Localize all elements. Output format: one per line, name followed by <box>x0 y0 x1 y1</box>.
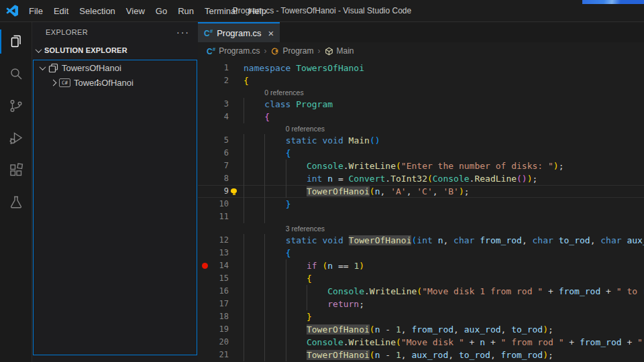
line-number[interactable]: 21 <box>211 349 229 361</box>
glyph-margin[interactable] <box>198 172 211 185</box>
extensions-icon[interactable] <box>0 154 32 186</box>
line-number[interactable]: 4 <box>211 111 229 123</box>
run-and-debug-icon[interactable] <box>0 122 32 154</box>
codelens-references[interactable]: 3 references <box>198 223 644 234</box>
code-area[interactable]: 1namespace TowersOfHanoi2{0 references3 … <box>198 60 644 362</box>
line-number[interactable]: 6 <box>211 147 229 160</box>
fold-gutter <box>229 98 244 111</box>
chevron-right-icon[interactable] <box>50 79 57 86</box>
line-number[interactable]: 7 <box>211 160 229 172</box>
code-line[interactable]: 13 { <box>198 247 644 259</box>
glyph-margin[interactable] <box>198 160 211 172</box>
chevron-down-icon[interactable] <box>40 64 46 70</box>
section-solution-explorer[interactable]: SOLUTION EXPLORER <box>32 42 198 58</box>
breakpoint-icon[interactable] <box>202 263 208 269</box>
solution-icon <box>48 63 58 73</box>
glyph-margin[interactable] <box>198 62 211 74</box>
glyph-margin[interactable] <box>198 336 211 349</box>
glyph-margin[interactable] <box>198 234 211 247</box>
code-line[interactable]: 7 Console.WriteLine("Enter the number of… <box>198 160 644 172</box>
testing-icon[interactable] <box>0 186 32 219</box>
line-number[interactable]: 12 <box>211 234 229 247</box>
code-line[interactable]: 19 TowerOfHanoi(n - 1, from_rod, aux_rod… <box>198 323 644 336</box>
line-number[interactable]: 3 <box>211 98 229 111</box>
menu-selection[interactable]: Selection <box>74 0 120 22</box>
glyph-margin[interactable] <box>198 247 211 259</box>
code-text: Console.WriteLine("Enter the number of d… <box>244 160 564 172</box>
glyph-margin[interactable] <box>198 74 211 87</box>
code-line[interactable]: 4 { <box>198 111 644 123</box>
code-line[interactable]: 1namespace TowersOfHanoi <box>198 62 644 74</box>
solution-tree: TowersOfHanoi C# TowersOfHanoi <box>33 60 197 355</box>
line-number[interactable]: 15 <box>211 272 229 285</box>
code-line[interactable]: 5 static void Main() <box>198 134 644 147</box>
code-line[interactable]: 21 TowerOfHanoi(n - 1, aux_rod, to_rod, … <box>198 349 644 361</box>
more-actions-icon[interactable]: ··· <box>176 29 190 36</box>
code-line[interactable]: 20 Console.WriteLine("Move disk " + n + … <box>198 336 644 349</box>
menu-run[interactable]: Run <box>172 0 199 22</box>
code-line[interactable]: 9 TowerOfHanoi(n, 'A', 'C', 'B'); <box>198 185 644 198</box>
glyph-margin[interactable] <box>198 134 211 147</box>
glyph-margin[interactable] <box>198 285 211 298</box>
tree-item-solution[interactable]: TowersOfHanoi <box>34 60 197 75</box>
menu-go[interactable]: Go <box>150 0 172 22</box>
glyph-margin[interactable] <box>198 349 211 361</box>
lightbulb-icon[interactable] <box>231 188 237 193</box>
breadcrumb-file[interactable]: C# Program.cs <box>207 46 260 56</box>
menu-view[interactable]: View <box>121 0 150 22</box>
code-line[interactable]: 14 if (n == 1) <box>198 259 644 272</box>
glyph-margin[interactable] <box>198 298 211 310</box>
line-number[interactable]: 20 <box>211 336 229 349</box>
code-line[interactable]: 15 { <box>198 272 644 285</box>
code-line[interactable]: 18 } <box>198 310 644 323</box>
menu-file[interactable]: File <box>23 0 48 22</box>
line-number[interactable]: 14 <box>211 259 229 272</box>
line-number[interactable]: 5 <box>211 134 229 147</box>
code-line[interactable]: 11 <box>198 210 644 223</box>
code-line[interactable]: 6 { <box>198 147 644 160</box>
glyph-margin[interactable] <box>198 259 211 272</box>
line-number[interactable]: 8 <box>211 172 229 185</box>
code-line[interactable]: 10 } <box>198 198 644 210</box>
code-line[interactable]: 2{ <box>198 74 644 87</box>
breadcrumb-class[interactable]: Program <box>270 46 313 56</box>
codelens-references[interactable]: 0 references <box>198 123 644 134</box>
line-number[interactable]: 16 <box>211 285 229 298</box>
codelens-references[interactable]: 0 references <box>198 87 644 98</box>
close-icon[interactable]: × <box>268 28 274 38</box>
glyph-margin[interactable] <box>198 210 211 223</box>
menu-edit[interactable]: Edit <box>48 0 74 22</box>
glyph-margin[interactable] <box>198 111 211 123</box>
breadcrumb-method[interactable]: Main <box>325 46 354 56</box>
fold-gutter <box>229 185 244 198</box>
code-line[interactable]: 3 class Program <box>198 98 644 111</box>
csharp-file-icon: C# <box>204 29 213 38</box>
code-line[interactable]: 12 static void TowerOfHanoi(int n, char … <box>198 234 644 247</box>
line-number[interactable]: 17 <box>211 298 229 310</box>
glyph-margin[interactable] <box>198 185 211 198</box>
code-line[interactable]: 8 int n = Convert.ToInt32(Console.ReadLi… <box>198 172 644 185</box>
activity-bar <box>0 22 32 362</box>
line-number[interactable]: 18 <box>211 310 229 323</box>
glyph-margin[interactable] <box>198 323 211 336</box>
line-number[interactable]: 11 <box>211 210 229 223</box>
explorer-icon[interactable] <box>0 25 32 58</box>
tree-item-project[interactable]: C# TowersOfHanoi <box>34 75 197 90</box>
fold-gutter <box>229 285 244 298</box>
glyph-margin[interactable] <box>198 98 211 111</box>
code-line[interactable]: 17 return; <box>198 298 644 310</box>
line-number[interactable]: 10 <box>211 198 229 210</box>
source-control-icon[interactable] <box>0 90 32 122</box>
line-number[interactable]: 1 <box>211 62 229 74</box>
glyph-margin[interactable] <box>198 198 211 210</box>
glyph-margin[interactable] <box>198 310 211 323</box>
line-number[interactable]: 19 <box>211 323 229 336</box>
tab-program-cs[interactable]: C# Program.cs × <box>198 22 280 42</box>
line-number[interactable]: 13 <box>211 247 229 259</box>
code-line[interactable]: 16 Console.WriteLine("Move disk 1 from r… <box>198 285 644 298</box>
search-icon[interactable] <box>0 58 32 90</box>
glyph-margin[interactable] <box>198 147 211 160</box>
glyph-margin[interactable] <box>198 272 211 285</box>
line-number[interactable]: 9 <box>211 185 229 198</box>
line-number[interactable]: 2 <box>211 74 229 87</box>
